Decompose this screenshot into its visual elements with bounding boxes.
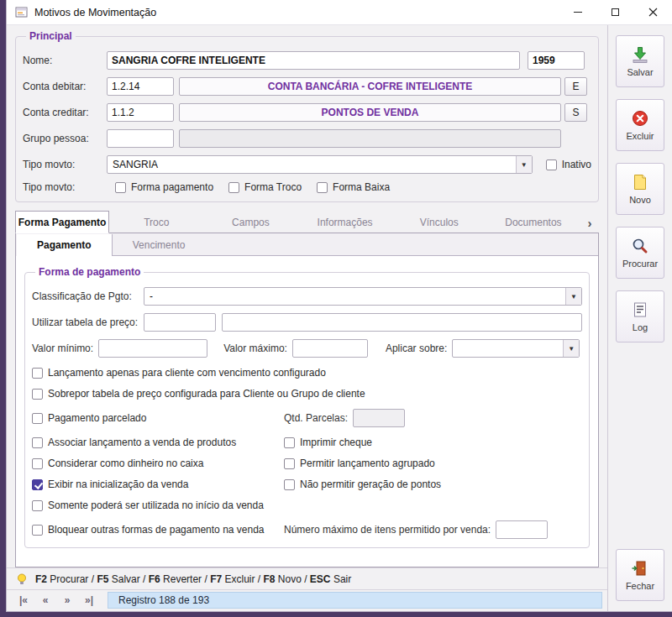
valor-maximo-input[interactable] — [292, 339, 368, 358]
tabela-preco-row: Utilizar tabela de preço: — [32, 313, 582, 332]
qtd-parcelas-label: Qtd. Parcelas: — [284, 412, 348, 424]
conta-debitar-desc: CONTA BANCÁRIA - COFRE INTELIGENTE — [179, 77, 561, 96]
checkbox-box — [32, 437, 43, 448]
nav-next-button[interactable]: » — [57, 592, 77, 609]
checkbox-lancamento-vencimento[interactable]: Lançamento apenas para cliente com venci… — [32, 367, 326, 379]
checkbox-box — [115, 182, 126, 193]
subtab-pagamento[interactable]: Pagamento — [16, 234, 113, 256]
checkbox-associar-venda[interactable]: Associar lançamento a venda de produtos — [32, 437, 284, 448]
checkbox-box — [284, 458, 295, 469]
function-keys-help: F2 Procurar / F5 Salvar / F6 Reverter / … — [35, 573, 351, 585]
app-icon — [15, 6, 28, 18]
chevron-down-icon: ▼ — [565, 288, 581, 305]
subtab-vencimento[interactable]: Vencimento — [113, 234, 206, 255]
check-row: Bloquear outras formas de pagamento na v… — [32, 520, 582, 539]
delete-button-label: Excluir — [626, 131, 654, 141]
checkbox-somente-inicio[interactable]: Somente poderá ser utilizada no início d… — [32, 499, 264, 511]
principal-legend: Principal — [26, 30, 76, 42]
valor-minimo-label: Valor mínimo: — [32, 342, 93, 354]
tabela-preco-desc-input[interactable] — [222, 313, 582, 332]
forma-pagamento-groupbox: Forma de pagamento Classificação de Pgto… — [24, 266, 590, 548]
checkbox-inativo[interactable]: Inativo — [546, 159, 591, 170]
check-label: Considerar como dinheiro no caixa — [48, 458, 203, 469]
nav-previous-button[interactable]: « — [35, 592, 55, 609]
nome-input[interactable] — [107, 51, 520, 70]
conta-creditar-desc: PONTOS DE VENDA — [179, 103, 561, 122]
checkbox-sobrepor-tabela[interactable]: Sobrepor tabela de preço configurada par… — [32, 388, 365, 400]
tab-page: Pagamento Vencimento Forma de pagamento … — [15, 233, 599, 567]
checkbox-bloquear-outras[interactable]: Bloquear outras formas de pagamento na v… — [32, 524, 284, 536]
tipo-movto-label: Tipo movto: — [23, 159, 107, 170]
tab-campos[interactable]: Campos — [203, 211, 297, 233]
aplicar-sobre-combobox[interactable]: ▼ — [452, 339, 580, 358]
title-bar: Motivos de Movimentação — [7, 0, 672, 25]
check-label: Pagamento parcelado — [48, 412, 146, 424]
close-form-button-label: Fechar — [626, 581, 654, 591]
checkbox-forma-pagamento[interactable]: Forma pagamento — [115, 181, 213, 193]
check-label: Permitir lançamento agrupado — [300, 458, 435, 469]
delete-icon — [631, 109, 649, 128]
tab-informacoes[interactable]: Informações — [298, 211, 392, 233]
search-button[interactable]: Procurar — [616, 227, 664, 279]
delete-button[interactable]: Excluir — [616, 99, 664, 151]
minimize-icon — [574, 12, 582, 13]
check-row: Somente poderá ser utilizada no início d… — [32, 499, 582, 511]
new-document-icon — [631, 173, 649, 191]
nome-row: Nome: — [23, 51, 591, 70]
conta-debitar-input[interactable] — [107, 77, 174, 96]
main-area: Principal Nome: Conta debitar: CONTA BAN… — [7, 25, 607, 611]
main-tabstrip: Forma Pagamento Troco Campos Informações… — [15, 211, 599, 233]
conta-debitar-e-button[interactable]: E — [564, 77, 587, 96]
close-icon — [648, 8, 658, 17]
action-panel: Salvar Excluir Novo — [607, 25, 672, 611]
conta-creditar-row: Conta creditar: PONTOS DE VENDA S — [23, 103, 591, 122]
nav-last-button[interactable]: »| — [79, 592, 99, 609]
codigo-input[interactable] — [528, 51, 585, 70]
tab-forma-pagamento[interactable]: Forma Pagamento — [15, 211, 109, 233]
classificacao-value: - — [144, 288, 565, 305]
check-label: Imprimir cheque — [300, 437, 372, 448]
checkbox-imprimir-cheque[interactable]: Imprimir cheque — [284, 437, 372, 448]
tipo-movto-combobox[interactable]: SANGRIA ▼ — [107, 155, 533, 174]
conta-creditar-input[interactable] — [107, 103, 174, 122]
classificacao-combobox[interactable]: - ▼ — [144, 287, 582, 306]
valor-minimo-input[interactable] — [98, 339, 207, 358]
checkbox-exibir-inicializacao[interactable]: Exibir na inicialização da venda — [32, 478, 284, 490]
tab-documentos[interactable]: Documentos — [486, 211, 580, 233]
minimize-button[interactable] — [559, 0, 596, 24]
tipo-movto-value: SANGRIA — [108, 156, 516, 173]
checkbox-lancamento-agrupado[interactable]: Permitir lançamento agrupado — [284, 458, 435, 469]
maximize-button[interactable] — [596, 0, 634, 24]
checkbox-box — [32, 389, 43, 400]
conta-creditar-s-button[interactable]: S — [564, 103, 587, 122]
window-controls — [559, 0, 672, 24]
save-button[interactable]: Salvar — [616, 35, 664, 87]
checkbox-box — [284, 437, 295, 448]
exit-door-icon — [631, 559, 649, 578]
checkbox-box — [32, 479, 43, 490]
check-label: Sobrepor tabela de preço configurada par… — [48, 388, 365, 400]
tab-vinculos[interactable]: Vínculos — [392, 211, 486, 233]
num-max-itens-input[interactable] — [496, 520, 548, 539]
forma-pagamento-label: Forma pagamento — [131, 181, 213, 193]
aplicar-sobre-value — [453, 340, 563, 357]
close-button[interactable] — [634, 0, 672, 24]
tab-troco[interactable]: Troco — [109, 211, 203, 233]
nav-first-button[interactable]: |« — [13, 592, 34, 609]
grupo-pessoa-row: Grupo pessoa: — [23, 129, 591, 148]
new-button[interactable]: Novo — [616, 163, 664, 215]
tab-scroll-right-icon[interactable]: › — [580, 216, 599, 233]
checkbox-forma-troco[interactable]: Forma Troco — [228, 181, 302, 193]
qtd-parcelas-input[interactable] — [353, 409, 405, 427]
new-button-label: Novo — [629, 195, 651, 205]
checkbox-forma-baixa[interactable]: Forma Baixa — [317, 181, 390, 193]
log-icon — [631, 301, 649, 319]
grupo-pessoa-input[interactable] — [107, 129, 174, 148]
chevron-down-icon: ▼ — [563, 340, 579, 357]
tabela-preco-codigo-input[interactable] — [144, 313, 216, 332]
close-form-button[interactable]: Fechar — [616, 549, 664, 601]
log-button[interactable]: Log — [616, 290, 664, 342]
checkbox-pagamento-parcelado[interactable]: Pagamento parcelado — [32, 412, 284, 424]
checkbox-nao-gerar-pontos[interactable]: Não permitir geração de pontos — [284, 478, 441, 490]
checkbox-dinheiro-caixa[interactable]: Considerar como dinheiro no caixa — [32, 458, 284, 469]
